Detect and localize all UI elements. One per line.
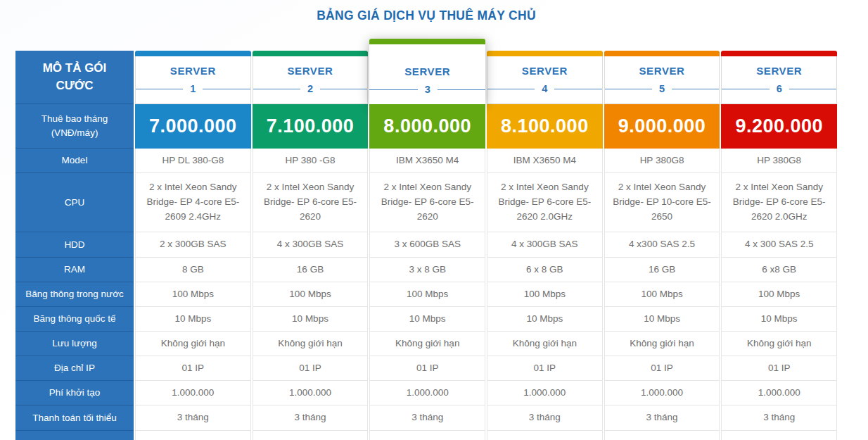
- cell-bw-international: 10 Mbps: [253, 307, 369, 332]
- cell-cropped: [369, 431, 485, 440]
- pricing-table: MÔ TẢ GÓI CƯỚC Thuê bao tháng (VNĐ/máy) …: [15, 51, 837, 440]
- cell-min-payment: 3 tháng: [369, 406, 485, 431]
- server-number: 2: [300, 83, 320, 94]
- pricing-page: BẢNG GIÁ DỊCH VỤ THUÊ MÁY CHỦ MÔ TẢ GÓI …: [0, 0, 868, 440]
- server-column-3-featured: SERVER 3 8.000.000 IBM X3650 M4 2 x Inte…: [369, 51, 485, 440]
- cell-ram: 6 x 8 GB: [487, 258, 603, 282]
- server-name: SERVER: [253, 65, 368, 77]
- price-cell: 7.100.000: [253, 104, 369, 149]
- cell-hdd: 2 x 300GB SAS: [135, 232, 251, 258]
- cell-cpu: 2 x Intel Xeon Sandy Bridge- EP 4-core E…: [135, 173, 251, 232]
- cell-min-payment: 3 tháng: [604, 406, 720, 431]
- cell-ram: 16 GB: [604, 258, 720, 282]
- column-color-bar: [253, 51, 369, 56]
- cell-min-payment: 3 tháng: [253, 406, 369, 431]
- cell-bw-domestic: 100 Mbps: [487, 282, 603, 307]
- divider-line: [136, 89, 183, 89]
- cell-min-payment: 3 tháng: [135, 406, 251, 431]
- server-number: 5: [652, 83, 672, 94]
- price-cell: 7.000.000: [135, 104, 251, 149]
- cell-ram: 16 GB: [253, 258, 369, 282]
- cell-setup-fee: 1.000.000: [253, 381, 369, 406]
- cell-ip: 01 IP: [604, 356, 720, 381]
- divider-line: [203, 89, 250, 89]
- cell-traffic: Không giới hạn: [604, 332, 720, 356]
- column-color-bar: [604, 51, 720, 56]
- row-label-ram: RAM: [15, 258, 134, 282]
- corner-header: MÔ TẢ GÓI CƯỚC: [15, 51, 134, 104]
- cell-setup-fee: 1.000.000: [721, 381, 837, 406]
- cell-ram: 3 x 8 GB: [369, 258, 485, 282]
- cell-hdd: 4 x 300GB SAS: [253, 232, 369, 258]
- cell-cropped: [604, 431, 720, 440]
- row-label-hdd: HDD: [15, 232, 134, 258]
- cell-traffic: Không giới hạn: [721, 332, 837, 356]
- cell-traffic: Không giới hạn: [253, 332, 369, 356]
- server-column-6: SERVER 6 9.200.000 HP 380G8 2 x Intel Xe…: [721, 51, 837, 440]
- cell-ip: 01 IP: [135, 356, 251, 381]
- cell-model: HP DL 380-G8: [135, 149, 251, 173]
- cell-ram: 8 GB: [135, 258, 251, 282]
- row-label-bw-international: Băng thông quốc tế: [15, 307, 134, 332]
- column-header: SERVER 4: [487, 51, 603, 104]
- divider-line: [253, 89, 300, 89]
- column-color-bar: [721, 51, 837, 56]
- divider-line: [438, 89, 485, 90]
- divider-line: [487, 89, 535, 89]
- cell-setup-fee: 1.000.000: [604, 381, 720, 406]
- column-header: SERVER 6: [721, 51, 837, 104]
- column-header: SERVER 2: [253, 51, 369, 104]
- row-label-min-payment: Thanh toán tối thiểu: [15, 406, 134, 431]
- cell-cpu: 2 x Intel Xeon Sandy Bridge- EP 6-core E…: [253, 173, 369, 232]
- cell-model: IBM X3650 M4: [487, 149, 603, 173]
- cell-hdd: 4 x300 SAS 2.5: [604, 232, 720, 258]
- cell-ram: 6 x8 GB: [721, 258, 837, 282]
- row-label-cpu: CPU: [15, 173, 134, 232]
- cell-setup-fee: 1.000.000: [487, 381, 603, 406]
- column-header: SERVER 1: [135, 51, 251, 104]
- cell-ip: 01 IP: [369, 356, 485, 381]
- server-number-divider: 2: [253, 83, 368, 94]
- cell-setup-fee: 1.000.000: [135, 381, 251, 406]
- server-name: SERVER: [605, 65, 720, 77]
- server-name: SERVER: [722, 65, 836, 77]
- server-header-card: SERVER 3: [369, 44, 485, 104]
- cell-bw-international: 10 Mbps: [369, 307, 485, 332]
- cell-bw-domestic: 100 Mbps: [253, 282, 369, 307]
- cell-min-payment: 3 tháng: [487, 406, 603, 431]
- divider-line: [554, 89, 601, 89]
- divider-line: [789, 89, 836, 89]
- server-header-card: SERVER 6: [721, 56, 837, 104]
- server-number: 4: [535, 83, 554, 94]
- cell-traffic: Không giới hạn: [487, 332, 603, 356]
- page-title: BẢNG GIÁ DỊCH VỤ THUÊ MÁY CHỦ: [15, 8, 837, 23]
- cell-model: IBM X3650 M4: [369, 149, 485, 173]
- price-cell: 9.200.000: [721, 104, 837, 149]
- cell-bw-domestic: 100 Mbps: [135, 282, 251, 307]
- cell-model: HP 380 -G8: [253, 149, 369, 173]
- cell-bw-domestic: 100 Mbps: [721, 282, 837, 307]
- column-color-bar: [487, 51, 603, 56]
- price-cell: 8.100.000: [487, 104, 603, 149]
- server-column-2: SERVER 2 7.100.000 HP 380 -G8 2 x Intel …: [253, 51, 369, 440]
- cell-hdd: 4 x 300GB SAS: [487, 232, 603, 258]
- cell-model: HP 380G8: [721, 149, 837, 173]
- server-name: SERVER: [136, 65, 250, 77]
- server-number: 3: [418, 84, 438, 95]
- cell-cropped: [721, 431, 837, 440]
- server-number-divider: 1: [136, 83, 250, 94]
- server-header-card: SERVER 5: [604, 56, 720, 104]
- cell-min-payment: 3 tháng: [721, 406, 837, 431]
- server-column-5: SERVER 5 9.000.000 HP 380G8 2 x Intel Xe…: [604, 51, 720, 440]
- cell-cpu: 2 x Intel Xeon Sandy Bridge- EP 10-core …: [604, 173, 720, 232]
- server-number-divider: 6: [722, 83, 836, 94]
- cell-bw-international: 10 Mbps: [604, 307, 720, 332]
- divider-line: [320, 89, 367, 89]
- server-number: 6: [770, 83, 789, 94]
- cell-cpu: 2 x Intel Xeon Sandy Bridge- EP 6-core E…: [487, 173, 603, 232]
- divider-line: [605, 89, 652, 89]
- server-number-divider: 3: [369, 84, 485, 95]
- server-name: SERVER: [487, 65, 602, 77]
- row-label-ip: Địa chỉ IP: [15, 356, 134, 381]
- cell-traffic: Không giới hạn: [135, 332, 251, 356]
